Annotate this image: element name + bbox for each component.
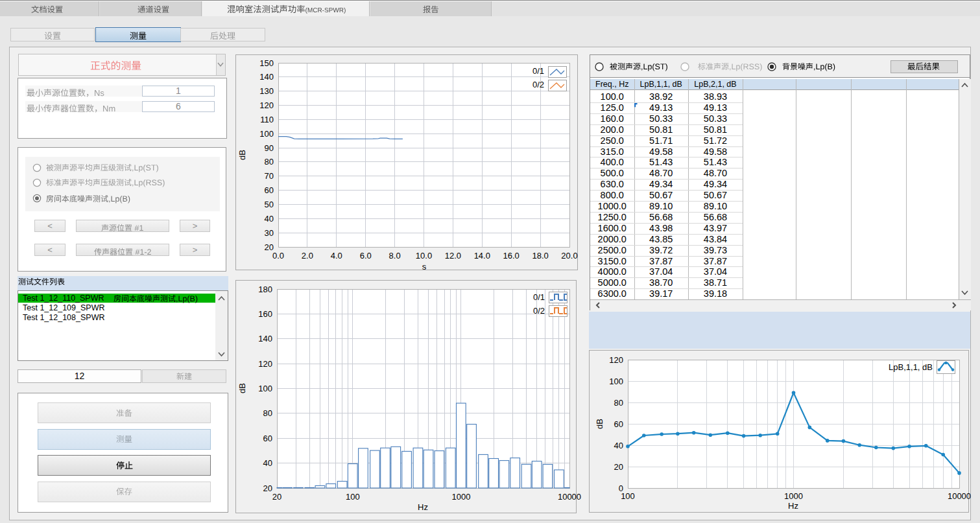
svg-text:0.0: 0.0: [272, 251, 284, 261]
svg-text:80: 80: [265, 157, 274, 167]
svg-text:40: 40: [263, 458, 272, 468]
svg-text:100: 100: [609, 377, 623, 386]
svg-text:6.0: 6.0: [360, 251, 372, 261]
svg-text:8.0: 8.0: [389, 251, 401, 261]
svg-text:110: 110: [260, 115, 274, 124]
svg-text:s: s: [422, 262, 427, 272]
svg-text:40: 40: [614, 441, 623, 450]
svg-text:60: 60: [265, 185, 274, 195]
svg-text:1000: 1000: [784, 491, 803, 501]
svg-text:0/2: 0/2: [533, 306, 545, 316]
svg-text:120: 120: [609, 355, 623, 365]
svg-text:20: 20: [272, 492, 281, 502]
svg-text:180: 180: [258, 285, 272, 294]
svg-text:20: 20: [614, 462, 623, 472]
svg-text:140: 140: [258, 334, 272, 343]
svg-text:120: 120: [258, 359, 272, 369]
svg-text:80: 80: [263, 408, 272, 418]
svg-text:16.0: 16.0: [503, 251, 520, 261]
svg-text:dB: dB: [237, 383, 247, 393]
svg-text:18.0: 18.0: [532, 251, 548, 261]
svg-text:30: 30: [265, 228, 274, 238]
svg-text:dB: dB: [595, 419, 604, 429]
svg-text:10000: 10000: [948, 491, 971, 501]
svg-text:10.0: 10.0: [416, 251, 432, 261]
svg-text:100: 100: [259, 129, 274, 139]
svg-text:100: 100: [258, 384, 272, 393]
svg-text:60: 60: [263, 434, 272, 443]
svg-text:120: 120: [259, 100, 274, 110]
svg-text:4.0: 4.0: [331, 251, 342, 261]
svg-text:80: 80: [614, 398, 623, 408]
svg-text:50: 50: [265, 200, 274, 209]
svg-text:LpB,1,1, dB: LpB,1,1, dB: [889, 362, 933, 372]
svg-text:100: 100: [346, 492, 360, 502]
svg-text:0/1: 0/1: [532, 66, 544, 76]
svg-text:0/1: 0/1: [533, 292, 545, 302]
svg-text:2.0: 2.0: [302, 251, 313, 261]
svg-text:20: 20: [263, 483, 272, 493]
svg-text:70: 70: [265, 171, 274, 181]
svg-text:160: 160: [258, 309, 272, 319]
svg-text:0/2: 0/2: [532, 80, 544, 89]
svg-text:12.0: 12.0: [445, 251, 461, 261]
svg-text:14.0: 14.0: [474, 251, 490, 261]
svg-text:60: 60: [614, 419, 623, 429]
svg-text:150: 150: [259, 58, 274, 68]
svg-text:130: 130: [259, 86, 274, 96]
svg-text:90: 90: [265, 143, 274, 153]
svg-text:40: 40: [265, 214, 274, 224]
svg-text:10000: 10000: [558, 492, 581, 502]
svg-text:1000: 1000: [451, 492, 470, 502]
svg-text:Hz: Hz: [788, 501, 798, 511]
svg-text:dB: dB: [237, 150, 247, 160]
svg-text:Hz: Hz: [418, 502, 428, 512]
svg-text:20.0: 20.0: [561, 251, 577, 261]
svg-text:100: 100: [621, 491, 635, 501]
svg-text:140: 140: [259, 72, 274, 82]
